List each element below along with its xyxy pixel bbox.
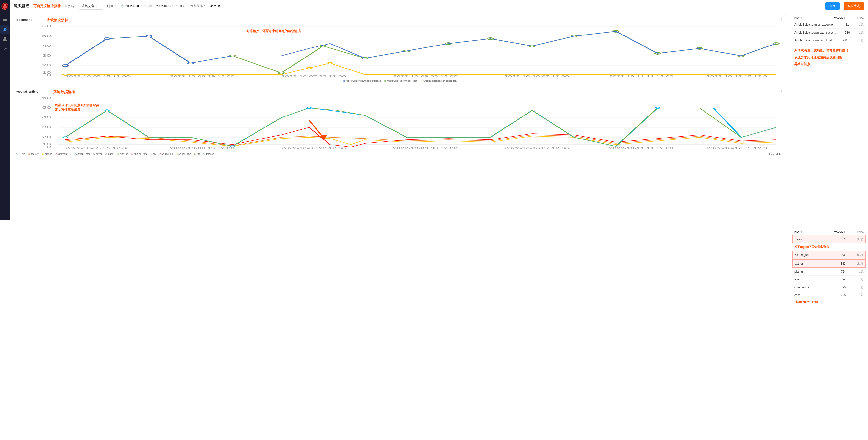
svg-text:50: 50 [42,106,51,109]
spider-sidebar-icon[interactable] [0,25,9,34]
app-subtitle: 可自定义监控指标 [33,4,61,8]
chart2-annotation2: 观察从什么时间点开始值抽取异常，方便重新采集 [55,103,104,112]
svg-text:2022-10-06 19:12:00: 2022-10-06 19:12:00 [169,147,234,150]
task-label: 任务名： [65,4,78,8]
svg-text:2022-10-05 15:12:00: 2022-10-05 15:12:00 [65,75,130,78]
task-caret-icon: ▾ [96,5,97,7]
settings-sidebar-icon[interactable] [0,44,9,53]
svg-text:0: 0 [46,73,51,76]
chart2-annotation1: 落地数据监控 [53,90,75,94]
svg-point-61 [63,74,67,75]
svg-line-9 [3,28,4,28]
svg-point-85 [105,109,109,111]
svg-point-16 [4,37,6,39]
retention-selector: 保留策略： default ▾ [190,3,232,9]
svg-line-89 [309,120,323,137]
chart2-panel: wechat_article 落地数据监控 观察从什么时间点开始值抽取异常，方便… [14,87,434,159]
legend-digest: digest [105,151,114,157]
svg-text:60: 60 [42,96,51,99]
svg-point-44 [279,72,284,74]
svg-text:20: 20 [42,135,51,138]
svg-text:30: 30 [42,126,51,129]
svg-point-86 [230,146,235,147]
svg-point-15 [4,29,6,31]
menu-sidebar-icon[interactable] [0,15,9,24]
time-range-input[interactable]: 🕐 2022-10-05 15:18:33 ~ 2022-10-12 15:18… [118,3,186,9]
chart1-annotation1: 请求情况监控 [46,18,68,23]
legend-item-download-total: ArticleSpider:download_total [384,80,417,82]
time-selector: 时间： 🕐 2022-10-05 15:18:33 ~ 2022-10-12 1… [107,3,186,9]
svg-line-13 [4,30,4,31]
legend-pics-url: pics_url [117,151,128,157]
header: 爬虫监控 可自定义监控指标 任务名： 采集文章 ▾ 时间： 🕐 2022-10-… [10,0,434,12]
legend-content-html: content_html [74,151,90,157]
svg-text:50: 50 [42,34,51,37]
legend-item-parser-exception: ArticleSpider:parser_exception [421,80,434,82]
legend-item-download-success: ArticleSpider:download_success [343,80,381,82]
svg-text:2022-10-09 03:12:00: 2022-10-09 03:12:00 [393,75,434,78]
svg-text:2022-10-07 23:12:00: 2022-10-07 23:12:00 [281,75,346,78]
svg-point-63 [328,62,332,64]
svg-text:2022-10-05 15:12:00: 2022-10-05 15:12:00 [65,147,130,150]
retention-label: 保留策略： [190,4,206,8]
svg-line-14 [6,30,6,31]
svg-point-58 [104,38,110,40]
chart1-legend: ArticleSpider:download_success ArticleSp… [17,80,434,82]
svg-point-62 [307,67,311,69]
clock-icon: 🕐 [121,4,124,8]
legend-title: title [194,151,201,157]
app-title: 爬虫监控 [14,3,29,8]
chart1-title: document [17,18,32,22]
svg-text:30: 30 [42,54,51,57]
svg-line-10 [6,28,7,28]
legend-source-url: source_url [159,151,173,157]
task-select[interactable]: 采集文章 ▾ [79,3,103,9]
legend-cover: cover [93,151,102,157]
svg-point-60 [188,62,193,64]
legend-publish-time: publish_time [131,151,148,157]
sidebar [0,0,10,220]
legend-biz: __biz [17,151,25,157]
legend-spider-time: spider_time [176,151,191,157]
retention-select[interactable]: default ▾ [208,3,232,9]
legend-comment-id: comment_id [55,151,70,157]
chart2-legend: __biz account author comment_id content_… [17,151,434,157]
svg-point-87 [307,107,311,109]
retention-caret-icon: ▾ [221,5,222,7]
svg-line-12 [6,29,7,29]
svg-rect-6 [3,19,7,20]
svg-point-59 [146,35,152,37]
svg-rect-7 [3,20,7,21]
main-content: document 请求情况监控 时序监控，还原每个时间点的请求情况 ⬇ 60 5… [10,12,434,220]
svg-text:2022-10-06 19:12:00: 2022-10-06 19:12:00 [169,75,234,78]
legend-sn: sn [151,151,156,157]
chart1-annotation2: 时序监控，还原每个时间点的请求情况 [247,29,301,33]
svg-text:2022-10-09 03:12:00: 2022-10-09 03:12:00 [393,147,434,150]
svg-point-18 [3,47,6,50]
logo [0,2,9,11]
svg-text:20: 20 [42,64,51,67]
legend-total-co: total co [204,151,214,157]
chart2-title: wechat_article [17,90,38,93]
svg-line-11 [3,29,4,29]
svg-text:40: 40 [42,116,51,119]
chart-area: document 请求情况监控 时序监控，还原每个时间点的请求情况 ⬇ 60 5… [10,12,434,220]
svg-text:40: 40 [42,44,51,47]
svg-point-57 [62,65,68,67]
svg-point-1 [4,4,6,6]
legend-author: author [42,151,52,157]
svg-point-17 [4,48,6,50]
svg-text:60: 60 [42,25,51,28]
user-sidebar-icon[interactable] [0,34,9,43]
task-selector: 任务名： 采集文章 ▾ [65,3,103,9]
time-label: 时间： [107,4,117,8]
svg-rect-5 [3,18,7,18]
legend-account: account [28,151,39,157]
svg-text:0: 0 [46,145,51,148]
svg-text:2022-10-07 23:12:00: 2022-10-07 23:12:00 [281,147,346,150]
chart1-panel: document 请求情况监控 时序监控，还原每个时间点的请求情况 ⬇ 60 5… [14,15,434,85]
svg-point-84 [63,136,67,138]
chart1-svg: 60 50 40 30 20 10 0 2022-10-05 15:12:00 … [17,24,434,78]
